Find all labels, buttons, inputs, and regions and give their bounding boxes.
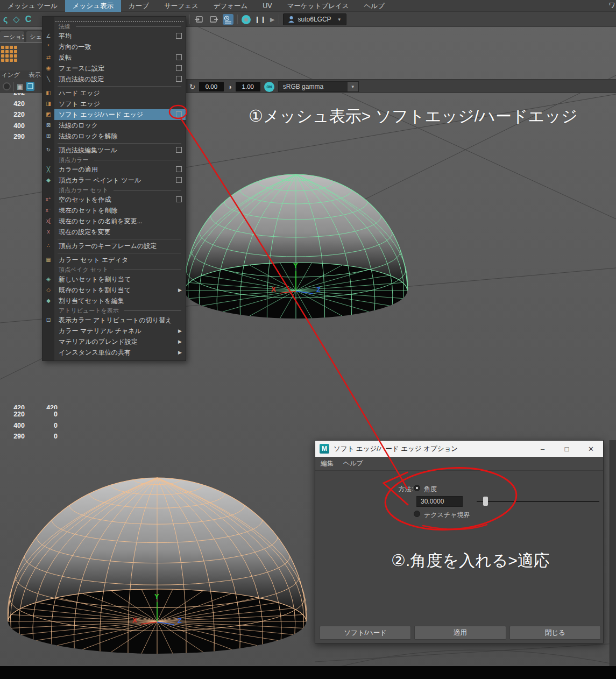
snap-curve-icon[interactable]: ς — [3, 15, 8, 24]
texture-border-radio[interactable] — [414, 511, 420, 517]
menu-item-share-instances[interactable]: インスタンス単位の共有▶ — [43, 347, 186, 358]
menu-item-apply-color[interactable]: ╳カラーの適用 — [43, 164, 186, 175]
menu-item-conform[interactable]: *方向の一致 — [43, 41, 186, 52]
menubar-item-deform[interactable]: デフォーム — [206, 0, 256, 12]
maya-window: YXZYXZ ↻ 0.00 ◑ 1.00 ON sRGB gamma ▼ ーショ… — [0, 0, 616, 679]
menu-item-set-keyframe-vertex-color[interactable]: ∴頂点カラーのキーフレームの設定 — [43, 241, 186, 251]
menubar-item-marketplace[interactable]: マーケットプレイス — [280, 0, 357, 12]
x-axis-label: X — [132, 616, 137, 624]
option-box[interactable] — [176, 76, 182, 82]
dialog-menubar: 編集 ヘルプ — [315, 457, 603, 471]
apply-color-icon: ╳ — [43, 164, 54, 175]
close-dialog-button[interactable]: 閉じる — [509, 626, 601, 640]
average-icon: ∠ — [43, 31, 54, 41]
tab-partial-1[interactable]: ーション — [0, 31, 24, 42]
color-management-toggle[interactable]: ON — [264, 82, 274, 92]
camera-icon[interactable] — [3, 82, 11, 90]
chevron-down-icon[interactable]: ▼ — [348, 82, 358, 91]
bottom-dome[interactable]: YXZ — [8, 478, 307, 654]
option-box[interactable] — [176, 111, 182, 117]
view-transform-select[interactable]: sRGB gamma ▼ — [278, 81, 359, 92]
dialog-title: ソフト エッジ/ハード エッジ オプション — [334, 444, 458, 454]
menubar-item-uv[interactable]: UV — [255, 0, 279, 12]
top-dome[interactable]: YXZ — [184, 174, 407, 319]
angle-slider-track[interactable] — [477, 501, 599, 502]
menu-item-rename-current-set[interactable]: x[現在のセットの名前を変更... — [43, 216, 186, 227]
contrast-icon[interactable]: ◑ — [228, 83, 232, 91]
snap-plane-icon[interactable]: ◇ — [13, 14, 19, 24]
output-connections-icon[interactable] — [208, 14, 219, 25]
option-box[interactable] — [176, 54, 182, 60]
menubar-item-mesh-display[interactable]: メッシュ表示 — [65, 0, 121, 12]
menu-item-soften-edge[interactable]: ◨ソフト エッジ — [43, 98, 186, 109]
menu-item-color-material-channel[interactable]: カラー マテリアル チャネル▶ — [43, 326, 186, 336]
menu-item-set-vertex-normal[interactable]: ╲頂点法線の設定 — [43, 74, 186, 84]
panel-menu-display[interactable]: 表示 — [29, 71, 41, 79]
dialog-menu-help[interactable]: ヘルプ — [343, 459, 363, 468]
menu-item-paint-vertex-color-tool[interactable]: ◆頂点カラー ペイント ツール — [43, 175, 186, 186]
gamma-field[interactable]: 1.00 — [236, 82, 260, 91]
input-connections-icon[interactable] — [194, 14, 204, 25]
option-box[interactable] — [176, 65, 182, 71]
construction-history-icon[interactable] — [223, 14, 233, 25]
menu-item-soften-harden-edge[interactable]: ◩ソフト エッジ/ハード エッジ — [43, 109, 186, 120]
menubar-item-surfaces[interactable]: サーフェス — [157, 0, 206, 12]
menubar-item-curves[interactable]: カーブ — [121, 0, 157, 12]
menu-item-assign-existing-set[interactable]: ◇既存のセットを割り当て▶ — [43, 285, 186, 295]
menubar-item-partial[interactable]: ワ — [608, 1, 616, 10]
soft-hard-button[interactable]: ソフト/ハード — [320, 626, 411, 640]
menu-item-modify-current-set[interactable]: x現在の設定を変更 — [43, 227, 186, 237]
close-button[interactable]: ✕ — [579, 441, 603, 457]
dialog-body: 方法: 角度 30.0000 テクスチャ境界 — [315, 471, 603, 624]
tab-partial-2[interactable]: シェ — [26, 31, 42, 42]
menu-item-unlock-normals[interactable]: ⊞法線のロックを解除 — [43, 131, 186, 142]
dialog-titlebar[interactable]: M ソフト エッジ/ハード エッジ オプション – □ ✕ — [315, 441, 603, 457]
play-icon[interactable]: ▶ — [270, 16, 274, 23]
option-box[interactable] — [176, 33, 182, 39]
menu-item-vertex-normal-edit-tool[interactable]: ↻頂点法線編集ツール — [43, 145, 186, 155]
menu-item-delete-current-set[interactable]: x⁻現在のセットを削除 — [43, 205, 186, 216]
menu-tearoff-handle[interactable] — [45, 18, 183, 22]
option-box[interactable] — [176, 147, 182, 153]
dialog-menu-edit[interactable]: 編集 — [321, 459, 334, 468]
menu-item-reverse[interactable]: ⇄反転 — [43, 52, 186, 63]
poly-count-hud-bottom-right: 420 00 0 — [32, 402, 58, 442]
option-box[interactable] — [176, 166, 182, 172]
angle-slider-handle[interactable] — [483, 497, 488, 506]
menu-item-edit-assigned-set[interactable]: ◆割り当てセットを編集 — [43, 295, 186, 306]
user-account-dropdown[interactable]: suto6LGCP ▼ — [283, 13, 346, 25]
option-box[interactable] — [176, 196, 182, 202]
maximize-button[interactable]: □ — [555, 441, 579, 457]
menu-item-set-to-face[interactable]: ◉フェースに設定 — [43, 63, 186, 74]
menu-item-material-blend-setting[interactable]: マテリアルのブレンド設定▶ — [43, 336, 186, 347]
menu-item-lock-normals[interactable]: ⊠法線のロック — [43, 120, 186, 131]
exposure-field[interactable]: 0.00 — [199, 82, 224, 91]
menu-item-color-set-editor[interactable]: ▦カラー セット エディタ — [43, 254, 186, 265]
edit-assigned-set-icon: ◆ — [43, 295, 54, 306]
panel-menu-partial[interactable]: ィング — [1, 71, 20, 79]
toolbar-separator — [237, 15, 238, 24]
menubar-item-mesh-tools[interactable]: メッシュ ツール — [0, 0, 65, 12]
grid-icon[interactable] — [1, 46, 17, 62]
apply-button[interactable]: 適用 — [414, 626, 506, 640]
lock-normals-icon: ⊠ — [43, 120, 54, 131]
menu-item-toggle-display-color-attr[interactable]: ⊡表示カラー アトリビュートの切り替え — [43, 315, 186, 326]
angle-radio-label[interactable]: 角度 — [424, 485, 437, 494]
option-box[interactable] — [176, 177, 182, 183]
angle-value-input[interactable]: 30.0000 — [416, 496, 463, 507]
shaded-cube-icon[interactable]: ❒ — [26, 82, 34, 91]
minimize-button[interactable]: – — [530, 441, 555, 457]
menu-item-create-empty-set[interactable]: x⁺空のセットを作成 — [43, 194, 186, 205]
menu-item-harden-edge[interactable]: ◧ハード エッジ — [43, 88, 186, 98]
record-icon[interactable] — [242, 15, 251, 24]
pause-icon[interactable]: ❙❙ — [254, 16, 266, 23]
z-axis-label: Z — [178, 617, 182, 625]
menu-item-average[interactable]: ∠平均 — [43, 31, 186, 41]
menu-item-assign-new-set[interactable]: ◈新しいセットを割り当て — [43, 274, 186, 285]
wireframe-cube-icon[interactable]: ▣ — [17, 82, 23, 90]
snap-magnet-icon[interactable]: C — [25, 15, 32, 24]
texture-border-radio-label[interactable]: テクスチャ境界 — [424, 511, 470, 520]
angle-radio[interactable] — [414, 485, 420, 491]
menubar-item-help[interactable]: ヘルプ — [357, 0, 392, 12]
exposure-icon[interactable]: ↻ — [189, 83, 195, 91]
